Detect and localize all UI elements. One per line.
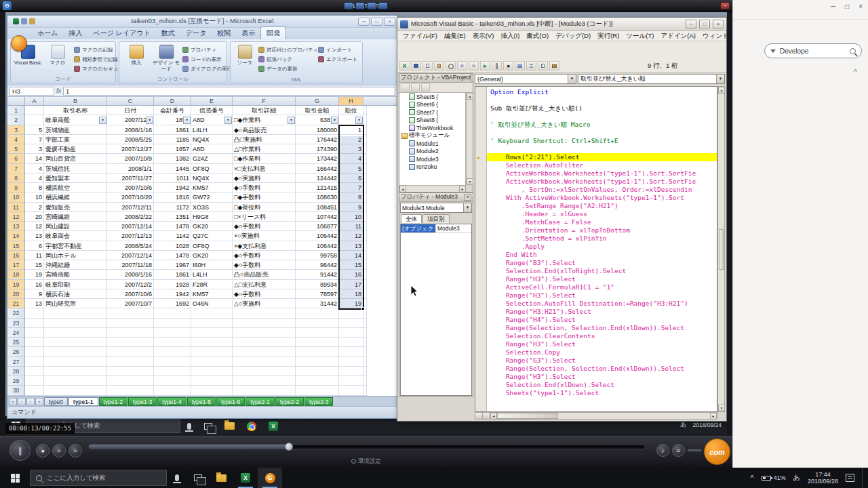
cell[interactable]: 9 (339, 203, 363, 212)
cell[interactable]: 63812 (296, 115, 339, 125)
row-header[interactable]: 22 (7, 308, 25, 318)
first-sheet-button[interactable]: « (9, 398, 17, 405)
cell[interactable] (363, 251, 367, 260)
cell[interactable] (339, 376, 363, 386)
cell[interactable] (233, 319, 296, 328)
cell[interactable]: 2007/12/13 (107, 231, 154, 241)
undo-icon[interactable] (457, 61, 467, 70)
cell[interactable]: △□作業料 (233, 144, 296, 154)
toolbox-icon[interactable] (549, 61, 559, 70)
stop-button[interactable]: ■ (36, 444, 50, 458)
inner-clock[interactable]: 2018/09/24 (692, 422, 722, 428)
project-tree-item[interactable]: Module2 (399, 148, 465, 156)
cell[interactable] (339, 319, 363, 328)
cell[interactable] (363, 212, 367, 222)
cell[interactable] (233, 386, 296, 395)
ribbon-tab[interactable]: ホーム (32, 27, 63, 39)
show-desktop-button[interactable] (862, 468, 865, 488)
cell[interactable]: ×□支払利息 (233, 164, 296, 174)
cell[interactable] (363, 299, 367, 308)
gom-close-button[interactable]: × (720, 2, 730, 9)
cell[interactable] (44, 376, 107, 386)
cell[interactable]: 2007/12/14 (107, 222, 154, 231)
toggle-folders-icon[interactable] (421, 83, 430, 92)
gom-panel-button-1[interactable] (344, 2, 353, 9)
cell[interactable]: 岡山ホテル (44, 251, 107, 260)
cell[interactable] (25, 386, 44, 395)
cell[interactable]: 1 (339, 125, 363, 135)
sheet-tab[interactable]: type1-5 (187, 397, 216, 406)
properties-button[interactable]: プロパティ (182, 45, 232, 54)
cell[interactable]: 124442 (296, 174, 339, 183)
cell[interactable] (44, 347, 107, 357)
menu-item[interactable]: ファイル(F) (399, 32, 441, 41)
procedure-dropdown[interactable]: 取引並び替え_大きい順 ▼ (578, 74, 725, 84)
sheet-tab[interactable]: type1-6 (216, 397, 245, 406)
row-header[interactable]: 18 (7, 270, 25, 279)
cell[interactable]: 1028 (154, 241, 191, 251)
gom-title-bar[interactable]: G okusan2.mp4 × (0, 0, 732, 12)
last-sheet-button[interactable]: » (35, 398, 43, 405)
cell[interactable] (363, 386, 367, 395)
menu-item[interactable]: 編集(E) (441, 32, 469, 41)
cell[interactable] (363, 164, 367, 174)
cell[interactable]: 凸○商品販売 (233, 270, 296, 279)
cell[interactable] (25, 115, 44, 125)
cell[interactable] (107, 386, 154, 395)
cell[interactable]: 2008/5/25 (107, 135, 154, 144)
excel-close-button[interactable]: × (384, 18, 395, 26)
cell[interactable]: 1382 (154, 154, 191, 163)
ribbon-tab[interactable]: 表示 (236, 27, 260, 39)
menu-item[interactable]: 書式(O) (523, 32, 552, 41)
cell[interactable]: Q27C (191, 231, 233, 241)
cell[interactable]: 106442 (296, 231, 339, 241)
cell[interactable]: ×◆支払利息 (233, 241, 296, 251)
bg-search-box[interactable]: Develope (764, 43, 862, 58)
formula-input[interactable]: 1 (63, 87, 395, 96)
cell[interactable]: 2008/1/16 (107, 125, 154, 135)
code-margin[interactable] (475, 87, 487, 411)
cell[interactable]: 6 (339, 174, 363, 183)
menu-item[interactable]: アドイン(A) (657, 32, 699, 41)
cell[interactable]: 13 (339, 241, 363, 251)
cell[interactable]: I60H (191, 260, 233, 270)
menu-item[interactable]: 実行(R) (594, 32, 623, 41)
cell[interactable]: 愛媛不動産 (44, 144, 107, 154)
cell[interactable]: △○実施料 (233, 299, 296, 308)
cell[interactable] (191, 308, 233, 318)
row-header[interactable]: 14 (7, 231, 25, 241)
menu-item[interactable]: デバッグ(D) (552, 32, 594, 41)
project-tree-item[interactable]: Module3 (399, 155, 465, 163)
cell[interactable]: 1928 (154, 280, 191, 289)
view-code-icon[interactable] (401, 83, 410, 92)
cell[interactable]: 岡山百貨店 (44, 154, 107, 163)
cell[interactable] (44, 308, 107, 318)
design-mode-icon[interactable] (515, 61, 525, 70)
view-code-button[interactable]: コードの表示 (182, 55, 232, 64)
vba-title-bar[interactable]: Microsoft Visual Basic - taiken03_mihon.… (397, 18, 726, 31)
vba-close-button[interactable]: × (713, 20, 724, 28)
row-header[interactable]: 17 (7, 260, 25, 270)
cell[interactable]: 宇都宮不動産 (44, 241, 107, 251)
row-header[interactable]: 10 (7, 192, 25, 202)
cell[interactable]: 順位 (339, 106, 363, 115)
cell[interactable]: 11 (339, 222, 363, 231)
map-properties-button[interactable]: 対応付けのプロパティ (258, 45, 317, 54)
object-selector[interactable]: Module3 Module ▼ (400, 203, 472, 213)
column-header[interactable]: G (296, 97, 339, 105)
vba-minimize-button[interactable]: ─ (686, 20, 696, 28)
cell[interactable]: 2007/10/6 (107, 289, 154, 299)
row-header[interactable]: 6 (7, 154, 25, 163)
import-button[interactable]: インポート (318, 45, 357, 54)
code-vscrollbar[interactable]: ▲ ▼ (717, 86, 725, 412)
cell[interactable] (363, 154, 367, 163)
cell[interactable]: 11 (25, 251, 44, 260)
cell[interactable]: 2007/10/7 (107, 299, 154, 308)
cell[interactable] (363, 280, 367, 289)
cell[interactable]: 9 (25, 289, 44, 299)
row-header[interactable]: 3 (7, 125, 25, 135)
cell[interactable]: GK20 (191, 251, 233, 260)
cell[interactable]: A8D (191, 144, 233, 154)
bg-maximize-button[interactable]: □ (845, 3, 849, 10)
cell[interactable]: 茨城物産 (44, 125, 107, 135)
